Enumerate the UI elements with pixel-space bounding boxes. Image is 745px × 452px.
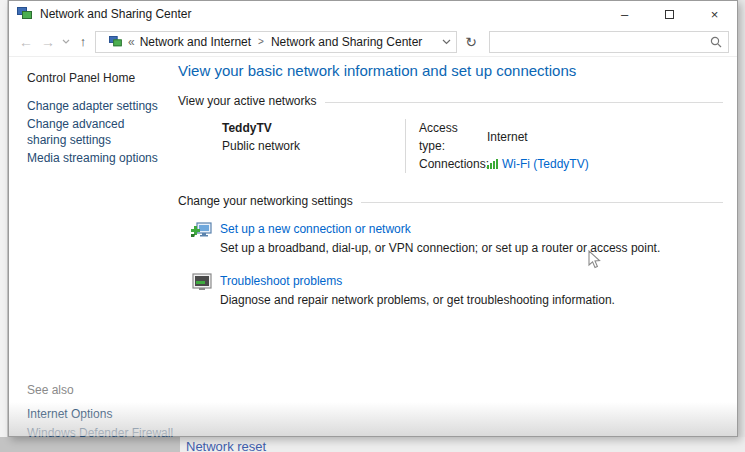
setup-connection-link[interactable]: Set up a new connection or network — [220, 221, 660, 237]
troubleshoot-link[interactable]: Troubleshoot problems — [220, 273, 615, 289]
network-type: Public network — [222, 137, 405, 155]
breadcrumb-collapse-chevrons[interactable]: « — [128, 35, 135, 49]
wifi-connection-link[interactable]: Wi-Fi (TeddyTV) — [502, 155, 589, 173]
background-window-edge — [0, 0, 8, 452]
maximize-icon — [665, 10, 674, 19]
title-bar: Network and Sharing Center – × — [9, 1, 737, 27]
setup-connection-text: Set up a new connection or network Set u… — [220, 221, 660, 256]
window-title: Network and Sharing Center — [40, 7, 191, 21]
background-content-fragment: Network reset — [180, 437, 745, 452]
active-network-item: TeddyTV Public network Access type: Inte… — [222, 119, 723, 173]
active-networks-title: View your active networks — [178, 94, 317, 108]
network-sharing-center-window: Network and Sharing Center – × ← → ↑ « N… — [8, 0, 738, 437]
sidebar: Control Panel Home Change adapter settin… — [9, 57, 175, 436]
refresh-button[interactable]: ↻ — [457, 34, 485, 50]
troubleshoot-description: Diagnose and repair network problems, or… — [220, 292, 615, 308]
navigation-bar: ← → ↑ « Network and Internet > Network a… — [9, 27, 737, 57]
sidebar-item-media-streaming-options[interactable]: Media streaming options — [27, 150, 169, 166]
breadcrumb-separator: > — [258, 36, 264, 47]
networking-settings-section-header: Change your networking settings — [178, 194, 723, 208]
troubleshoot-icon — [191, 273, 213, 292]
sidebar-item-windows-defender-firewall[interactable]: Windows Defender Firewall — [27, 424, 173, 443]
connections-row: Connections: Wi-Fi (TeddyTV) — [419, 155, 589, 173]
sidebar-item-internet-options[interactable]: Internet Options — [27, 405, 173, 424]
content-area: Control Panel Home Change adapter settin… — [9, 57, 737, 436]
page-title: View your basic network information and … — [178, 61, 723, 81]
address-dropdown-icon[interactable] — [442, 39, 451, 45]
back-button[interactable]: ← — [15, 34, 37, 50]
new-connection-icon — [191, 221, 213, 240]
search-input[interactable] — [490, 33, 704, 51]
network-identity: TeddyTV Public network — [222, 119, 405, 173]
sidebar-item-change-advanced-sharing-settings[interactable]: Change advanced sharing settings — [27, 116, 149, 148]
access-type-row: Access type: Internet — [419, 119, 589, 155]
address-bar[interactable]: « Network and Internet > Network and Sha… — [95, 31, 457, 53]
connections-label: Connections: — [419, 155, 487, 173]
active-networks-section-header: View your active networks — [178, 94, 723, 108]
wifi-signal-icon — [487, 159, 498, 169]
sidebar-item-control-panel-home[interactable]: Control Panel Home — [27, 70, 169, 86]
breadcrumb-network-sharing-center[interactable]: Network and Sharing Center — [271, 35, 422, 49]
search-box[interactable] — [489, 31, 729, 53]
main-panel: View your basic network information and … — [175, 57, 737, 436]
setup-connection-description: Set up a broadband, dial-up, or VPN conn… — [220, 240, 660, 256]
troubleshoot-text: Troubleshoot problems Diagnose and repai… — [220, 273, 615, 308]
see-also-section: See also Internet Options Windows Defend… — [27, 382, 173, 443]
section-divider-line — [325, 102, 723, 103]
search-icon[interactable] — [704, 36, 728, 48]
troubleshoot-task: Troubleshoot problems Diagnose and repai… — [191, 273, 723, 308]
network-details: Access type: Internet Connections: Wi-Fi… — [406, 119, 589, 173]
maximize-button[interactable] — [647, 1, 692, 27]
see-also-header: See also — [27, 382, 173, 398]
network-name: TeddyTV — [222, 119, 405, 137]
networking-settings-title: Change your networking settings — [178, 194, 353, 208]
sidebar-item-change-adapter-settings[interactable]: Change adapter settings — [27, 98, 169, 114]
network-sharing-center-icon — [17, 7, 33, 21]
up-button[interactable]: ↑ — [73, 34, 93, 49]
section-divider-line — [361, 202, 723, 203]
forward-button[interactable]: → — [37, 34, 59, 50]
access-type-label: Access type: — [419, 119, 487, 155]
access-type-value: Internet — [487, 128, 528, 146]
minimize-button[interactable]: – — [602, 1, 647, 27]
close-button[interactable]: × — [692, 1, 737, 27]
network-reset-link[interactable]: Network reset — [186, 439, 266, 452]
setup-connection-task: Set up a new connection or network Set u… — [191, 221, 723, 256]
address-bar-icon — [109, 36, 123, 48]
recent-pages-dropdown[interactable] — [59, 39, 73, 44]
chevron-down-icon — [62, 39, 70, 44]
breadcrumb-network-and-internet[interactable]: Network and Internet — [140, 35, 251, 49]
